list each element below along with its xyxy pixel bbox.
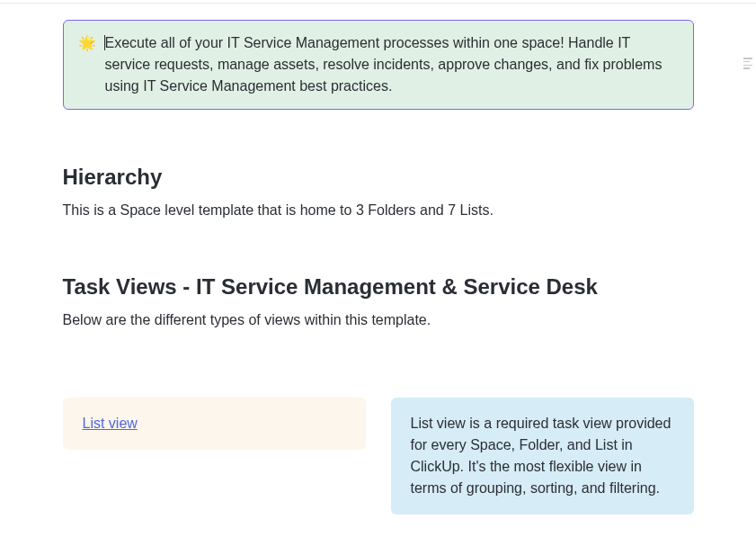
list-view-desc-card: List view is a required task view provid… xyxy=(391,398,694,515)
intro-callout[interactable]: 🌟 Execute all of your IT Service Managem… xyxy=(63,20,694,110)
sidebar-toggle-icon[interactable] xyxy=(743,58,752,69)
sparkle-icon: 🌟 xyxy=(78,32,96,97)
list-view-desc-text: List view is a required task view provid… xyxy=(411,416,672,496)
list-view-card: List view xyxy=(63,398,366,450)
hierarchy-heading: Hierarchy xyxy=(63,164,694,191)
task-views-desc: Below are the different types of views w… xyxy=(63,309,694,331)
callout-text: Execute all of your IT Service Managemen… xyxy=(105,32,677,97)
hierarchy-desc: This is a Space level template that is h… xyxy=(63,200,694,221)
task-views-heading: Task Views - IT Service Management & Ser… xyxy=(63,273,694,300)
list-view-link[interactable]: List view xyxy=(83,416,138,431)
document-body: 🌟 Execute all of your IT Service Managem… xyxy=(63,0,694,546)
